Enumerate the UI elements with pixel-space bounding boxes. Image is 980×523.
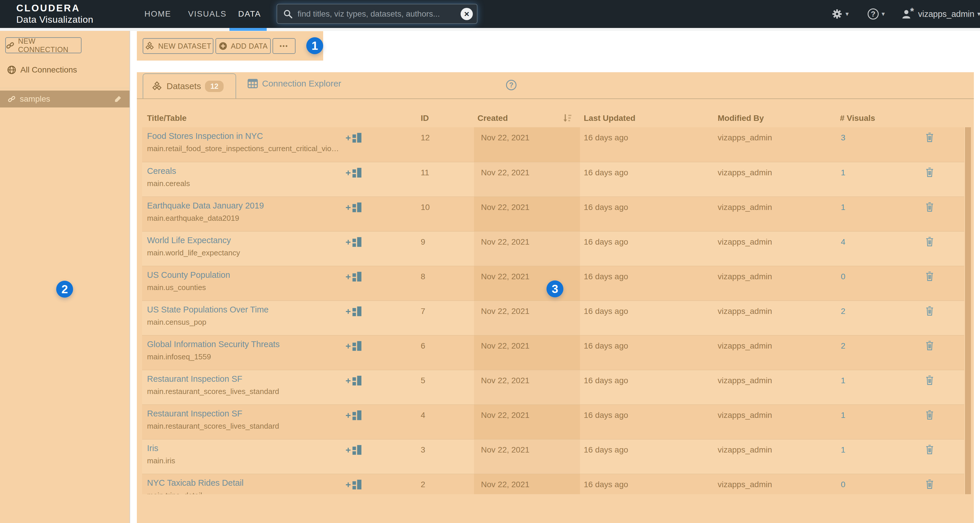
trash-icon[interactable] (925, 167, 934, 179)
plus-circle-icon (219, 41, 228, 50)
dataset-title-link[interactable]: US County Population (147, 270, 230, 280)
nav-item-data[interactable]: DATA (238, 0, 261, 28)
trash-icon[interactable] (925, 445, 934, 456)
new-visual-icon[interactable] (346, 375, 362, 387)
tab-help-icon[interactable]: ? (506, 80, 517, 90)
new-dataset-button[interactable]: NEW DATASET (143, 38, 213, 54)
table-row[interactable]: Food Stores Inspection in NYC main.retai… (142, 127, 964, 162)
new-visual-icon[interactable] (346, 202, 362, 214)
more-actions-button[interactable]: ••• (272, 38, 296, 54)
column-header-modified-by[interactable]: Modified By (718, 113, 764, 123)
table-scrollbar[interactable] (965, 127, 971, 494)
clear-search-icon[interactable]: × (461, 8, 473, 20)
table-row[interactable]: Iris main.iris 3 Nov 22, 2021 16 days ag… (142, 439, 964, 474)
tab-connection-explorer[interactable]: Connection Explorer (248, 79, 341, 89)
new-visual-icon[interactable] (346, 271, 362, 283)
visuals-count-link[interactable]: 2 (841, 341, 845, 351)
trash-icon[interactable] (925, 237, 934, 248)
dataset-title-link[interactable]: Cereals (147, 166, 176, 176)
trash-icon[interactable] (925, 306, 934, 317)
table-row[interactable]: NYC Taxicab Rides Detail main.trips_deta… (142, 474, 964, 494)
visuals-count-link[interactable]: 1 (841, 168, 845, 177)
dataset-title-link[interactable]: Global Information Security Threats (147, 340, 280, 349)
visuals-count-link[interactable]: 0 (841, 272, 845, 281)
caret-down-icon: ▾ (977, 10, 980, 18)
new-visual-icon[interactable] (346, 341, 362, 352)
dataset-table-name: main.world_life_expectancy (147, 249, 240, 257)
cell-id: 12 (421, 133, 430, 142)
new-dataset-label: NEW DATASET (158, 42, 211, 50)
new-visual-icon[interactable] (346, 306, 362, 318)
visuals-count-link[interactable]: 1 (841, 203, 845, 212)
created-column-highlight (474, 231, 580, 266)
dataset-title-link[interactable]: Restaurant Inspection SF (147, 409, 242, 418)
new-visual-icon[interactable] (346, 445, 362, 456)
visuals-count-link[interactable]: 3 (841, 133, 845, 142)
column-header-created[interactable]: Created (477, 113, 508, 123)
help-menu[interactable]: ? ▾ (868, 0, 885, 28)
all-connections-item[interactable]: All Connections (7, 65, 77, 75)
dataset-title-link[interactable]: World Life Expectancy (147, 236, 231, 245)
dataset-table-name: main.us_counties (147, 283, 206, 292)
tab-datasets[interactable]: Datasets 12 (143, 73, 236, 99)
cloudera-data-visualization-app: CLOUDERA Data Visualization HOME VISUALS… (0, 0, 980, 523)
user-menu[interactable]: * vizapps_admin ▾ (901, 0, 980, 28)
dataset-title-link[interactable]: Iris (147, 443, 158, 453)
column-header-last-updated[interactable]: Last Updated (584, 113, 635, 123)
table-row[interactable]: Global Information Security Threats main… (142, 335, 964, 370)
admin-asterisk: * (910, 6, 914, 17)
nav-item-visuals[interactable]: VISUALS (188, 0, 226, 28)
connection-item-samples[interactable]: samples (0, 91, 130, 107)
table-row[interactable]: US State Populations Over Time main.cens… (142, 301, 964, 335)
sort-icon[interactable] (562, 113, 573, 123)
table-row[interactable]: Restaurant Inspection SF main.restaurant… (142, 405, 964, 439)
chain-link-icon (8, 95, 16, 103)
chain-link-icon (6, 41, 14, 50)
globe-icon (7, 65, 16, 75)
table-row[interactable]: Restaurant Inspection SF main.restaurant… (142, 370, 964, 405)
cell-created: Nov 22, 2021 (481, 376, 530, 385)
table-row[interactable]: Cereals main.cereals 11 Nov 22, 2021 16 … (142, 162, 964, 196)
new-visual-icon[interactable] (346, 167, 362, 179)
visuals-count-link[interactable]: 0 (841, 480, 845, 489)
column-header-title[interactable]: Title/Table (147, 113, 187, 123)
new-visual-icon[interactable] (346, 479, 362, 491)
dataset-title-link[interactable]: Food Stores Inspection in NYC (147, 131, 263, 141)
trash-icon[interactable] (925, 341, 934, 352)
navbar-bottom-strip (0, 28, 980, 31)
column-header-id[interactable]: ID (421, 113, 429, 123)
add-data-button[interactable]: ADD DATA (215, 38, 271, 54)
new-visual-icon[interactable] (346, 410, 362, 422)
settings-menu[interactable]: ▾ (832, 0, 849, 28)
search-input[interactable] (297, 9, 461, 19)
cell-modified-by: vizapps_admin (718, 480, 772, 489)
visuals-count-link[interactable]: 2 (841, 307, 845, 316)
visuals-count-link[interactable]: 1 (841, 411, 845, 420)
trash-icon[interactable] (925, 410, 934, 421)
dataset-title-link[interactable]: Earthquake Data January 2019 (147, 201, 264, 210)
column-header-visuals[interactable]: # Visuals (840, 113, 875, 123)
new-connection-button[interactable]: NEW CONNECTION (5, 37, 81, 53)
gear-icon (832, 8, 843, 19)
trash-icon[interactable] (925, 202, 934, 213)
visuals-count-link[interactable]: 1 (841, 376, 845, 385)
cell-id: 8 (421, 272, 425, 281)
dataset-title-link[interactable]: US State Populations Over Time (147, 305, 269, 314)
table-row[interactable]: World Life Expectancy main.world_life_ex… (142, 231, 964, 266)
new-visual-icon[interactable] (346, 132, 362, 144)
app-logo[interactable]: CLOUDERA Data Visualization (16, 3, 94, 25)
new-visual-icon[interactable] (346, 237, 362, 249)
nav-item-home[interactable]: HOME (145, 0, 171, 28)
cell-created: Nov 22, 2021 (481, 341, 530, 351)
visuals-count-link[interactable]: 1 (841, 445, 845, 454)
trash-icon[interactable] (925, 132, 934, 144)
cell-last-updated: 16 days ago (584, 203, 628, 212)
trash-icon[interactable] (925, 375, 934, 386)
trash-icon[interactable] (925, 271, 934, 282)
trash-icon[interactable] (925, 479, 934, 490)
dataset-title-link[interactable]: NYC Taxicab Rides Detail (147, 478, 244, 488)
table-row[interactable]: Earthquake Data January 2019 main.earthq… (142, 196, 964, 231)
visuals-count-link[interactable]: 4 (841, 238, 845, 247)
pencil-icon[interactable] (114, 95, 122, 103)
dataset-title-link[interactable]: Restaurant Inspection SF (147, 374, 242, 384)
